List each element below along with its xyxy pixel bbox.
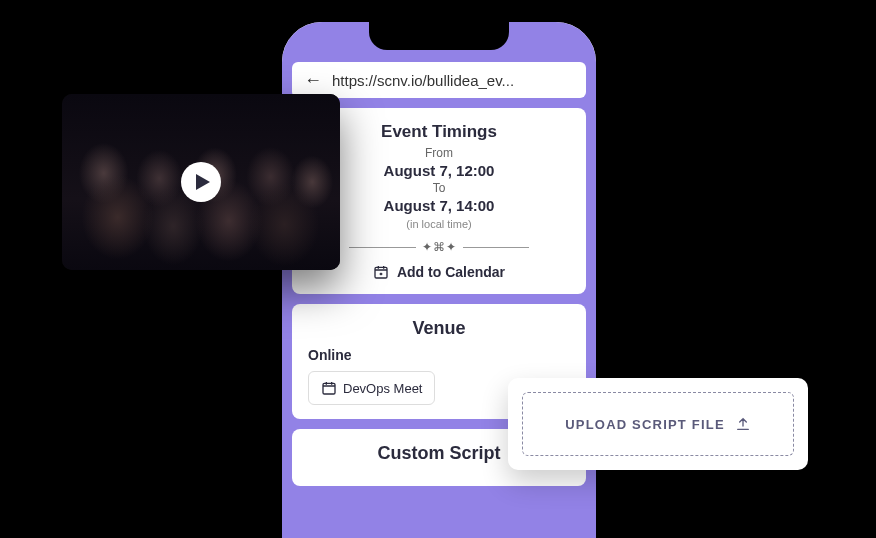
- upload-icon: [735, 416, 751, 432]
- phone-notch: [369, 22, 509, 50]
- calendar-icon: [373, 264, 389, 280]
- from-label: From: [308, 146, 570, 160]
- url-text: https://scnv.io/bullidea_ev...: [332, 72, 514, 89]
- venue-mode: Online: [308, 347, 570, 363]
- back-arrow-icon[interactable]: ←: [304, 70, 322, 91]
- svg-rect-1: [323, 383, 335, 394]
- play-icon: [196, 174, 210, 190]
- ornamental-divider: ✦⌘✦: [349, 240, 529, 254]
- to-date: August 7, 14:00: [308, 197, 570, 214]
- venue-chip-label: DevOps Meet: [343, 381, 422, 396]
- video-thumbnail[interactable]: [62, 94, 340, 270]
- local-time-note: (in local time): [308, 218, 570, 230]
- upload-script-button[interactable]: UPLOAD SCRIPT FILE: [522, 392, 794, 456]
- venue-chip[interactable]: DevOps Meet: [308, 371, 435, 405]
- add-to-calendar-button[interactable]: Add to Calendar: [308, 264, 570, 280]
- play-button[interactable]: [181, 162, 221, 202]
- url-bar[interactable]: ← https://scnv.io/bullidea_ev...: [292, 62, 586, 98]
- upload-popover: UPLOAD SCRIPT FILE: [508, 378, 808, 470]
- upload-label: UPLOAD SCRIPT FILE: [565, 417, 725, 432]
- from-date: August 7, 12:00: [308, 162, 570, 179]
- add-to-calendar-label: Add to Calendar: [397, 264, 505, 280]
- to-label: To: [308, 181, 570, 195]
- calendar-icon: [321, 380, 337, 396]
- venue-title: Venue: [308, 318, 570, 339]
- event-timings-title: Event Timings: [308, 122, 570, 142]
